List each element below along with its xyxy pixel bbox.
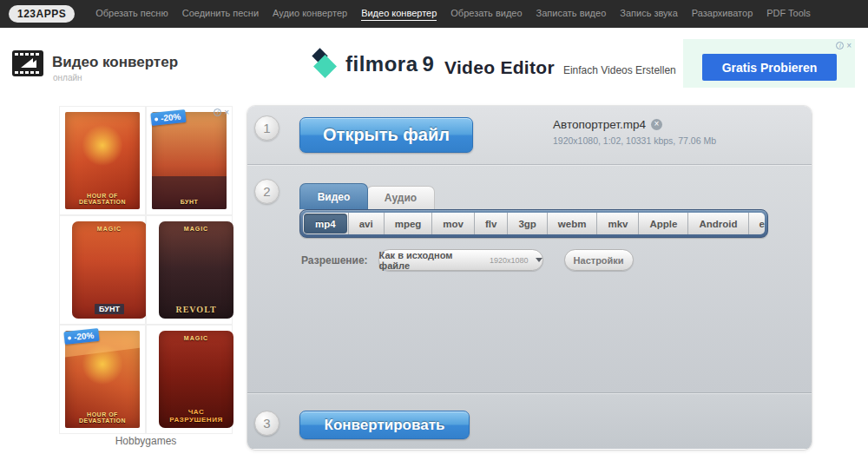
ad-product-bunt-box[interactable]: -20% БУНТ [146,106,233,215]
product-image: MAGIC БУНТ [72,221,147,319]
format-more[interactable]: еще [748,213,765,234]
nav-item-record-video[interactable]: Записать видео [536,8,607,20]
sidebar-ad-close-icon[interactable]: × [224,109,229,116]
header: Видео конвертер онлайн filmora 9 Video E… [0,28,868,97]
ad-close-icon[interactable]: × [846,42,852,49]
format-mpeg[interactable]: mpeg [384,213,432,234]
step1-badge: 1 [254,115,279,141]
format-android[interactable]: Android [687,213,747,234]
converter-panel: 1 Открыть файл Автопортрет.mp4 × 1920x10… [247,106,812,450]
remove-file-icon[interactable]: × [651,119,662,130]
step3-badge: 3 [254,411,279,436]
page-title: Видео конвертер [52,54,178,71]
ad-cta-box: Gratis Probieren i × [683,39,855,88]
format-bar: mp4 avi mpeg mov flv 3gp webm mkv Apple … [299,209,768,238]
page: 123APPS Обрезать песню Соединить песни А… [0,0,868,454]
open-file-button[interactable]: Открыть файл [299,117,473,153]
ad-product-revolt-pack[interactable]: MAGIC REVOLT [146,215,233,325]
ad-tagline: Einfach Videos Erstellen [563,64,676,76]
product-image: БУНТ [152,112,227,209]
filmora-version: 9 [423,52,434,76]
ad-controls: i × [836,42,852,49]
nav-item-audio-converter[interactable]: Аудио конвертер [273,8,347,20]
sidebar-ad-controls: i × [214,109,229,116]
ad-product-name: Video Editor [444,57,555,78]
resolution-row: Разрешение: Как в исходном файле 1920x10… [301,249,634,271]
format-avi[interactable]: avi [348,213,384,234]
nav-item-cut-video[interactable]: Обрезать видео [450,8,522,20]
ad-product-chas-pack[interactable]: MAGIC ЧАС РАЗРУШЕНИЯ [146,325,233,434]
nav-item-unarchiver[interactable]: Разархиватор [692,8,753,20]
nav-item-video-converter[interactable]: Видео конвертер [361,8,437,21]
step2-badge: 2 [254,179,279,204]
file-block: Автопортрет.mp4 × 1920x1080, 1:02, 10331… [553,118,716,146]
format-mp4[interactable]: mp4 [304,214,347,234]
nav-item-cut-song[interactable]: Обрезать песню [95,8,168,20]
settings-button[interactable]: Настройки [564,249,634,271]
format-more-label: еще [760,219,765,229]
format-apple[interactable]: Apple [638,213,687,234]
ad-product-text: Video Editor Einfach Videos Erstellen [444,57,676,78]
sidebar-ad-info-icon[interactable]: i [214,109,221,116]
product-image: HOUR OF DEVASTATION [65,331,140,428]
product-image: MAGIC REVOLT [159,221,233,319]
format-3gp[interactable]: 3gp [507,213,546,234]
step3-section: 3 Конвертировать [247,393,812,449]
ad-product-bunt-pack[interactable]: MAGIC БУНТ [59,215,146,325]
tab-audio[interactable]: Аудио [366,186,435,209]
format-mkv[interactable]: mkv [596,213,638,234]
file-name: Автопортрет.mp4 [553,118,646,131]
nav-item-pdf-tools[interactable]: PDF Tools [766,8,811,20]
resolution-label: Разрешение: [301,254,368,266]
format-flv[interactable]: flv [474,213,507,234]
product-image: HOUR OF DEVASTATION [65,112,140,209]
format-mov[interactable]: mov [431,213,474,234]
nav-items: Обрезать песню Соединить песни Аудио кон… [89,8,818,21]
nav-item-join-songs[interactable]: Соединить песни [182,8,259,20]
page-subtitle: онлайн [53,73,82,82]
step2-section: 2 Видео Аудио mp4 avi mpeg mov flv 3gp w… [247,165,812,393]
sidebar-ad: i × HOUR OF DEVASTATION -20% БУНТ MAGIC [59,106,233,434]
filmora-diamond-icon [309,47,342,82]
ad-advertiser-name[interactable]: Hobbygames [59,435,233,447]
resolution-select[interactable]: Как в исходном файле 1920x1080 [378,249,543,271]
convert-button[interactable]: Конвертировать [299,411,470,439]
format-strip: mp4 avi mpeg mov flv 3gp webm mkv Apple … [303,213,765,234]
123apps-logo[interactable]: 123APPS [9,5,75,23]
gratis-probieren-button[interactable]: Gratis Probieren [702,54,837,81]
ad-info-icon[interactable]: i [836,42,844,49]
tab-video[interactable]: Видео [299,183,368,209]
media-tabs: Видео Аудио [299,183,435,209]
ad-product-hod-box[interactable]: HOUR OF DEVASTATION [59,106,146,215]
chevron-down-icon [536,258,542,262]
film-strip-icon [12,50,43,80]
product-image: MAGIC ЧАС РАЗРУШЕНИЯ [159,331,233,428]
step1-section: 1 Открыть файл Автопортрет.mp4 × 1920x10… [247,106,812,165]
filmora-brand: filmora [345,52,418,76]
ad-product-hod-open-box[interactable]: -20% HOUR OF DEVASTATION [59,325,146,434]
filmora-ad-logo[interactable]: filmora 9 [309,47,434,82]
nav-item-record-audio[interactable]: Запись звука [620,8,677,20]
file-info: 1920x1080, 1:02, 10331 kbps, 77.06 Mb [553,135,716,146]
ad-product-grid: HOUR OF DEVASTATION -20% БУНТ MAGIC БУНТ… [59,106,233,434]
top-navbar: 123APPS Обрезать песню Соединить песни А… [0,0,868,28]
format-webm[interactable]: webm [547,213,597,234]
